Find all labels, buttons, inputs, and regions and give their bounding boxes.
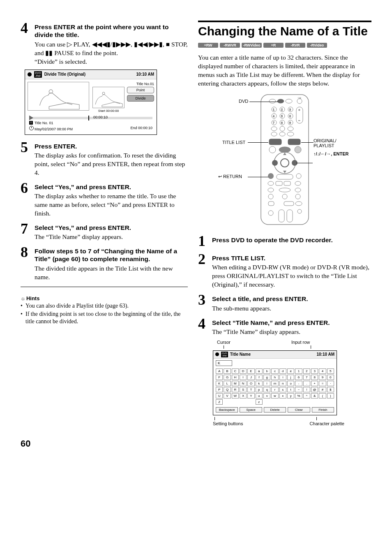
char-cell[interactable]: n [279,381,286,386]
char-cell[interactable]: 2 [303,368,310,374]
char-cell[interactable]: @ [311,387,318,392]
char-cell[interactable]: U [216,393,223,398]
char-cell[interactable]: ) [327,393,334,398]
char-cell [319,399,326,404]
char-cell[interactable]: W [232,393,239,398]
remote-label-original-playlist: ORIGINAL/ PLAYLIST [314,138,337,148]
svg-point-44 [268,173,274,179]
char-cell[interactable]: X [240,393,247,398]
char-cell[interactable]: L [224,381,231,386]
step8-text: The divided title appears in the Title L… [35,264,188,282]
svg-text:2: 2 [281,108,283,111]
char-cell[interactable]: ^ [303,393,310,398]
clear-button[interactable]: Clear [288,407,310,412]
char-cell[interactable]: + [311,381,318,386]
char-cell[interactable]: V [224,393,231,398]
svg-point-1 [102,92,105,95]
space-button[interactable]: Space [240,407,262,412]
char-cell[interactable]: 4 [319,368,326,374]
char-cell[interactable]: l [263,381,270,386]
step5-text: The display asks for confirmation. To re… [35,151,188,177]
char-cell[interactable]: C [232,368,239,374]
char-cell[interactable]: K [216,381,223,386]
divide-button[interactable]: Divide [127,95,154,102]
char-cell[interactable]: t [287,387,294,392]
char-cell[interactable]: b [263,368,270,374]
char-cell[interactable]: w [271,393,278,398]
char-cell[interactable]: j [287,375,294,380]
char-cell[interactable]: $ [327,387,334,392]
char-cell[interactable]: J [247,375,254,380]
char-cell[interactable]: T [247,387,254,392]
char-cell[interactable]: 9 [319,375,326,380]
step2-title: Press TITLE LIST. [212,254,371,262]
char-cell[interactable]: s [279,387,286,392]
char-cell[interactable]: H [232,375,239,380]
char-cell[interactable]: d [279,368,286,374]
char-cell[interactable]: ( [319,393,326,398]
char-cell[interactable]: 7 [303,375,310,380]
char-cell[interactable]: G [224,375,231,380]
char-cell[interactable]: o [287,381,294,386]
char-cell[interactable]: g [263,375,270,380]
char-cell[interactable]: % [295,393,302,398]
char-cell[interactable]: e [287,368,294,374]
char-cell[interactable]: F [216,375,223,380]
char-cell[interactable]: z [256,399,263,405]
char-cell[interactable]: R [232,387,239,392]
char-cell[interactable]: 3 [311,368,318,374]
char-cell[interactable]: h [271,375,278,380]
char-cell[interactable]: D [240,368,247,374]
char-cell[interactable]: f [256,375,263,380]
char-cell[interactable]: Z [216,399,223,405]
char-cell[interactable]: - [295,381,302,386]
char-cell [303,399,310,404]
char-cell[interactable]: Y [247,393,254,398]
char-cell[interactable]: v [263,393,270,398]
char-cell[interactable]: & [311,393,318,398]
char-cell[interactable]: ! [303,387,310,392]
char-cell[interactable]: N [240,381,247,386]
char-cell[interactable]: i [279,375,286,380]
char-cell[interactable]: k [256,381,263,386]
char-cell[interactable]: O [247,381,254,386]
char-cell[interactable]: r [271,387,278,392]
badge-minus-rw-video: -RWVideo [242,43,262,48]
char-cell[interactable]: a [256,368,263,374]
char-cell[interactable]: Q [224,387,231,392]
char-cell[interactable]: A [216,368,223,374]
char-cell[interactable]: P [216,387,223,392]
char-cell[interactable]: S [240,387,247,392]
finish-button[interactable]: Finish [312,407,334,412]
delete-button[interactable]: Delete [264,407,286,412]
char-cell[interactable]: I [240,375,247,380]
char-cell[interactable]: 8 [311,375,318,380]
char-cell[interactable]: · [327,381,334,386]
char-cell[interactable]: = [319,381,326,386]
hint-item: If the dividing point is set too close t… [25,310,188,325]
char-cell[interactable]: # [319,387,326,392]
char-cell[interactable]: 0 [327,375,334,380]
divider [21,287,188,287]
char-cell[interactable]: E [247,368,254,374]
character-grid[interactable]: ABCDEabcde12345FGHIJfghij67890KLMNOklmno… [213,368,337,405]
char-cell[interactable]: m [271,381,278,386]
char-cell[interactable]: 1 [295,368,302,374]
char-cell[interactable]: ~ [295,387,302,392]
char-cell[interactable]: x [279,393,286,398]
title-input-value[interactable]: K [216,360,232,366]
char-cell[interactable]: M [232,381,239,386]
char-cell[interactable]: p [256,387,263,392]
remote-label-return: ↩ RETURN [218,174,242,179]
badge-minus-r-vr: -RVR [285,43,305,48]
char-cell[interactable]: q [263,387,270,392]
char-cell[interactable]: c [271,368,278,374]
point-button[interactable]: Point [127,87,154,93]
char-cell[interactable]: u [256,393,263,398]
backspace-button[interactable]: Backspace [216,407,238,412]
char-cell[interactable]: B [224,368,231,374]
char-cell[interactable]: 5 [327,368,334,374]
char-cell[interactable]: . [303,381,310,386]
char-cell[interactable]: y [287,393,294,398]
char-cell[interactable]: 6 [295,375,302,380]
